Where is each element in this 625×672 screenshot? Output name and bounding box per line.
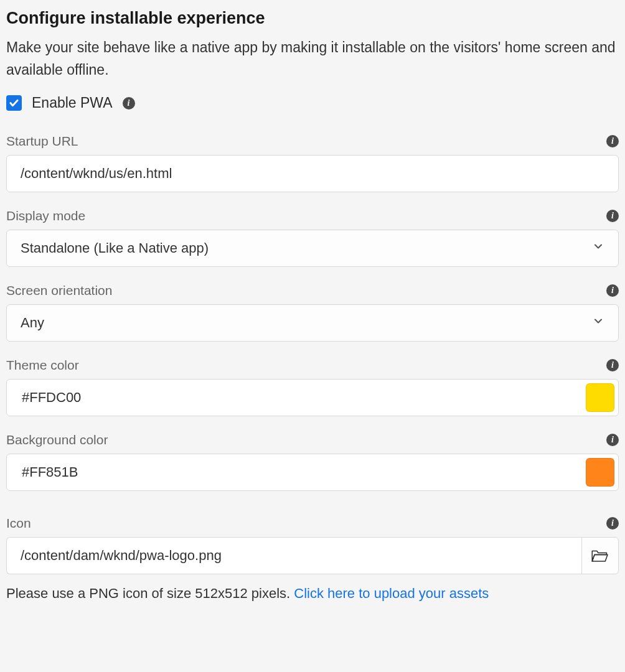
icon-label: Icon bbox=[6, 516, 31, 531]
background-color-input[interactable] bbox=[21, 454, 586, 490]
background-color-field: Background color i bbox=[6, 432, 619, 491]
enable-pwa-row: Enable PWA i bbox=[6, 95, 619, 111]
theme-color-label: Theme color bbox=[6, 358, 79, 373]
chevron-down-icon bbox=[592, 240, 604, 256]
upload-assets-link[interactable]: Click here to upload your assets bbox=[294, 586, 489, 601]
display-mode-select[interactable]: Standalone (Like a Native app) bbox=[6, 230, 619, 267]
info-icon[interactable]: i bbox=[606, 359, 619, 371]
info-icon[interactable]: i bbox=[606, 517, 619, 530]
screen-orientation-field: Screen orientation i Any bbox=[6, 283, 619, 342]
browse-button[interactable] bbox=[581, 537, 619, 574]
screen-orientation-value: Any bbox=[21, 315, 44, 331]
page-description: Make your site behave like a native app … bbox=[6, 37, 619, 81]
startup-url-field: Startup URL i bbox=[6, 134, 619, 192]
enable-pwa-checkbox[interactable] bbox=[6, 95, 22, 111]
enable-pwa-label: Enable PWA bbox=[32, 95, 113, 111]
icon-field: Icon i Please use a PNG icon of size 512… bbox=[6, 516, 619, 602]
theme-color-swatch[interactable] bbox=[586, 383, 614, 412]
info-icon[interactable]: i bbox=[606, 210, 619, 222]
screen-orientation-label: Screen orientation bbox=[6, 283, 112, 298]
icon-helper-text: Please use a PNG icon of size 512x512 pi… bbox=[6, 586, 619, 602]
display-mode-label: Display mode bbox=[6, 208, 85, 223]
info-icon[interactable]: i bbox=[606, 434, 619, 446]
display-mode-value: Standalone (Like a Native app) bbox=[21, 240, 209, 256]
theme-color-input[interactable] bbox=[21, 380, 586, 416]
background-color-label: Background color bbox=[6, 432, 108, 447]
icon-path-input[interactable] bbox=[6, 537, 581, 574]
info-icon[interactable]: i bbox=[123, 97, 135, 110]
background-color-swatch[interactable] bbox=[586, 458, 614, 487]
info-icon[interactable]: i bbox=[606, 135, 619, 147]
startup-url-label: Startup URL bbox=[6, 134, 78, 149]
page-title: Configure installable experience bbox=[6, 9, 619, 28]
info-icon[interactable]: i bbox=[606, 284, 619, 297]
icon-helper-static: Please use a PNG icon of size 512x512 pi… bbox=[6, 586, 294, 601]
chevron-down-icon bbox=[592, 315, 604, 331]
folder-open-icon bbox=[591, 548, 609, 564]
startup-url-input[interactable] bbox=[6, 155, 619, 192]
display-mode-field: Display mode i Standalone (Like a Native… bbox=[6, 208, 619, 267]
check-icon bbox=[9, 98, 19, 108]
screen-orientation-select[interactable]: Any bbox=[6, 304, 619, 342]
theme-color-field: Theme color i bbox=[6, 358, 619, 416]
